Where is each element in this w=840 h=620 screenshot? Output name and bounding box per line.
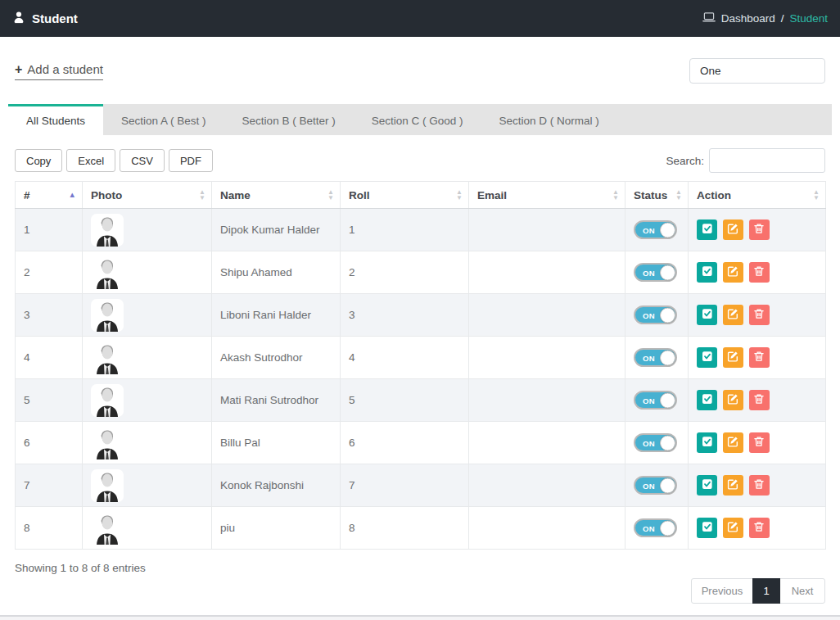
header-num[interactable]: #▲ <box>16 182 83 209</box>
table-row: 8 piu 8 ON <box>16 507 826 550</box>
status-toggle[interactable]: ON <box>634 476 677 495</box>
delete-button[interactable] <box>749 390 770 410</box>
entries-info: Showing 1 to 8 of 8 entries <box>15 562 825 574</box>
breadcrumb: Dashboard / Student <box>702 11 828 25</box>
header-status[interactable]: Status▲▼ <box>625 182 689 209</box>
table-row: 3 Liboni Rani Halder 3 ON <box>16 294 826 337</box>
student-roll: 6 <box>341 422 469 464</box>
pencil-square-icon <box>727 308 738 322</box>
copy-button[interactable]: Copy <box>15 149 62 172</box>
user-icon <box>12 11 25 26</box>
approve-button[interactable] <box>697 219 717 240</box>
student-email <box>469 251 625 294</box>
tab-all-students[interactable]: All Students <box>8 104 103 135</box>
status-toggle[interactable]: ON <box>634 305 677 324</box>
student-photo <box>91 384 124 417</box>
status-toggle[interactable]: ON <box>634 263 677 282</box>
pencil-square-icon <box>727 351 738 364</box>
status-toggle[interactable]: ON <box>634 433 677 452</box>
check-square-icon <box>702 393 713 407</box>
edit-button[interactable] <box>723 432 743 453</box>
table-row: 6 Billu Pal 6 ON <box>16 422 826 464</box>
approve-button[interactable] <box>697 390 717 410</box>
tab-section-b[interactable]: Section B ( Better ) <box>224 104 354 135</box>
approve-button[interactable] <box>697 305 717 325</box>
edit-button[interactable] <box>723 475 743 496</box>
section-tabs: All Students Section A ( Best ) Section … <box>8 104 832 135</box>
row-number: 1 <box>16 209 83 251</box>
trash-icon <box>753 478 765 492</box>
delete-button[interactable] <box>749 475 770 496</box>
check-square-icon <box>702 223 713 237</box>
student-name: Billu Pal <box>212 422 341 464</box>
approve-button[interactable] <box>697 518 717 538</box>
delete-button[interactable] <box>749 432 770 453</box>
student-photo <box>91 299 124 332</box>
tab-section-d[interactable]: Section D ( Normal ) <box>481 104 616 135</box>
previous-page-button[interactable]: Previous <box>691 578 753 604</box>
trash-icon <box>753 436 765 450</box>
breadcrumb-dashboard[interactable]: Dashboard <box>721 12 775 25</box>
approve-button[interactable] <box>697 262 717 283</box>
status-toggle-label: ON <box>643 396 655 405</box>
excel-button[interactable]: Excel <box>66 149 115 172</box>
tab-section-a[interactable]: Section A ( Best ) <box>103 104 224 135</box>
student-name: Liboni Rani Halder <box>212 294 341 337</box>
delete-button[interactable] <box>749 305 770 325</box>
delete-button[interactable] <box>749 219 770 240</box>
add-student-link[interactable]: + Add a student <box>15 62 103 80</box>
student-email <box>469 209 625 251</box>
header-name[interactable]: Name▲▼ <box>212 182 341 209</box>
student-roll: 1 <box>341 209 469 251</box>
student-roll: 4 <box>341 337 469 379</box>
status-toggle[interactable]: ON <box>634 220 677 239</box>
pdf-button[interactable]: PDF <box>169 149 213 172</box>
header-action[interactable]: Action▲▼ <box>689 182 826 209</box>
sort-desc-icon: ▼ <box>199 195 205 201</box>
edit-button[interactable] <box>723 305 743 325</box>
search-input[interactable] <box>709 148 825 173</box>
row-number: 4 <box>16 337 83 379</box>
header-roll[interactable]: Roll▲▼ <box>341 182 469 209</box>
page-1-button[interactable]: 1 <box>752 578 780 604</box>
csv-button[interactable]: CSV <box>120 149 165 172</box>
check-square-icon <box>702 436 713 450</box>
add-student-label: Add a student <box>27 62 103 76</box>
header-photo[interactable]: Photo▲▼ <box>83 182 212 209</box>
edit-button[interactable] <box>723 262 743 283</box>
edit-button[interactable] <box>723 219 743 240</box>
tab-section-c[interactable]: Section C ( Good ) <box>354 104 481 135</box>
edit-button[interactable] <box>723 518 743 538</box>
edit-button[interactable] <box>723 347 743 368</box>
breadcrumb-separator: / <box>781 12 784 25</box>
header-email[interactable]: Email▲▼ <box>469 182 625 209</box>
sort-asc-icon: ▲ <box>69 191 76 199</box>
approve-button[interactable] <box>697 347 717 368</box>
student-photo <box>91 427 124 459</box>
breadcrumb-current[interactable]: Student <box>789 12 828 25</box>
student-email <box>469 422 625 464</box>
tab-pane: Copy Excel CSV PDF Search: #▲ <box>8 135 832 604</box>
trash-icon <box>753 308 765 322</box>
page-footer-divider <box>0 615 840 620</box>
approve-button[interactable] <box>697 432 717 453</box>
check-square-icon <box>702 521 713 535</box>
next-page-button[interactable]: Next <box>779 578 825 604</box>
delete-button[interactable] <box>749 347 770 368</box>
approve-button[interactable] <box>697 475 717 496</box>
page: Student Dashboard / Student + Add a stud… <box>0 0 840 620</box>
edit-button[interactable] <box>723 390 743 410</box>
status-toggle-label: ON <box>643 268 655 277</box>
status-toggle-label: ON <box>643 310 655 319</box>
status-toggle[interactable]: ON <box>634 348 677 367</box>
status-toggle[interactable]: ON <box>634 518 677 537</box>
student-roll: 8 <box>341 507 469 550</box>
status-toggle[interactable]: ON <box>634 391 677 410</box>
page-length-select[interactable]: One <box>689 58 825 84</box>
status-toggle-knob <box>660 392 675 408</box>
delete-button[interactable] <box>749 518 770 538</box>
student-roll: 5 <box>341 379 469 422</box>
delete-button[interactable] <box>749 262 770 283</box>
search-label: Search: <box>666 155 704 167</box>
trash-icon <box>753 393 765 407</box>
